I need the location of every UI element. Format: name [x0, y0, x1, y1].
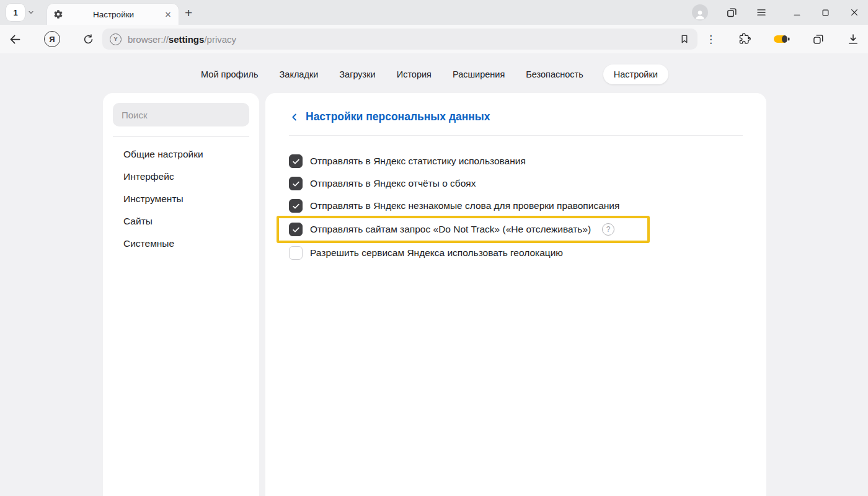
menu-icon[interactable] — [756, 7, 767, 18]
tab-counter-button[interactable]: 1 — [6, 4, 25, 21]
window-close-icon[interactable] — [849, 7, 859, 17]
downloads-icon[interactable] — [847, 33, 859, 45]
browser-tab[interactable]: Настройки × — [47, 4, 179, 25]
row-geolocation: Разрешить сервисам Яндекса использовать … — [289, 246, 743, 260]
checkbox-geolocation[interactable] — [289, 246, 303, 260]
checkbox-spellcheck-words[interactable] — [289, 199, 303, 213]
url-text: browser://settings/privacy — [128, 34, 236, 45]
tab-profile[interactable]: Мой профиль — [200, 64, 259, 84]
yandex-logo[interactable]: Я — [44, 31, 60, 47]
window-minimize-icon[interactable] — [792, 8, 802, 17]
settings-nav-tabs: Мой профиль Закладки Загрузки История Ра… — [0, 53, 868, 93]
window-maximize-icon[interactable] — [821, 8, 830, 17]
collections-icon[interactable] — [812, 33, 825, 45]
checkbox-label: Отправлять сайтам запрос «Do Not Track» … — [310, 224, 591, 235]
checkbox-label: Отправлять в Яндекс статистику использов… — [310, 156, 526, 167]
tab-downloads[interactable]: Загрузки — [338, 64, 376, 84]
sidebar-divider — [113, 136, 249, 137]
row-spellcheck-words: Отправлять в Яндекс незнакомые слова для… — [289, 199, 743, 213]
sidebar-item-tools[interactable]: Инструменты — [113, 188, 249, 210]
sidebar-item-interface[interactable]: Интерфейс — [113, 166, 249, 188]
checkbox-label: Отправлять в Яндекс незнакомые слова для… — [310, 200, 619, 211]
toolbar: Я Y browser://settings/privacy ⋮ — [0, 25, 868, 53]
bookmark-icon[interactable] — [679, 33, 690, 45]
settings-page: Мой профиль Закладки Загрузки История Ра… — [0, 53, 868, 496]
tabs-chevron-down-icon[interactable] — [25, 4, 37, 21]
checkbox-label: Разрешить сервисам Яндекса использовать … — [310, 247, 563, 259]
sidebar-item-general[interactable]: Общие настройки — [113, 143, 249, 166]
check-icon — [291, 157, 301, 166]
tab-bookmarks[interactable]: Закладки — [278, 64, 320, 84]
check-icon — [291, 225, 301, 234]
extensions-puzzle-icon[interactable] — [738, 33, 751, 45]
chrome-right-controls — [692, 4, 859, 20]
back-icon[interactable] — [9, 33, 22, 46]
tab-title: Настройки — [69, 10, 158, 19]
tab-groups-icon[interactable] — [726, 7, 738, 19]
section-header: Настройки персональных данных — [289, 110, 743, 123]
gear-icon — [53, 9, 63, 19]
new-tab-button[interactable]: + — [185, 6, 192, 19]
tab-extensions[interactable]: Расширения — [451, 64, 506, 84]
tab-settings[interactable]: Настройки — [603, 64, 668, 84]
help-icon[interactable]: ? — [602, 223, 614, 236]
privacy-settings-panel: Настройки персональных данных Отправлять… — [265, 93, 766, 496]
check-icon — [291, 202, 301, 211]
page-title: Настройки персональных данных — [306, 110, 490, 123]
header-divider — [289, 135, 743, 136]
checkbox-crash-reports[interactable] — [289, 177, 303, 190]
checkbox-do-not-track[interactable] — [289, 223, 303, 236]
battery-saver-icon[interactable] — [773, 34, 790, 44]
tab-close-icon[interactable]: × — [164, 8, 172, 21]
protect-icon[interactable]: Y — [110, 33, 122, 45]
window-controls — [792, 7, 859, 17]
sidebar-item-sites[interactable]: Сайты — [113, 210, 249, 232]
row-usage-statistics: Отправлять в Яндекс статистику использов… — [289, 154, 743, 168]
section-back-icon[interactable] — [289, 112, 300, 123]
refresh-icon[interactable] — [82, 33, 94, 45]
browser-window: 1 Настройки × + — [0, 0, 868, 496]
address-bar[interactable]: Y browser://settings/privacy — [102, 29, 698, 50]
row-do-not-track: Отправлять сайтам запрос «Do Not Track» … — [277, 216, 650, 243]
checkbox-label: Отправлять в Яндекс отчёты о сбоях — [310, 178, 476, 189]
row-crash-reports: Отправлять в Яндекс отчёты о сбоях — [289, 177, 743, 190]
more-options-icon[interactable]: ⋮ — [706, 33, 716, 46]
search-input[interactable] — [113, 103, 249, 126]
tab-history[interactable]: История — [396, 64, 433, 84]
avatar[interactable] — [692, 4, 708, 20]
content-cards: Общие настройки Интерфейс Инструменты Са… — [0, 93, 868, 496]
tab-strip: 1 Настройки × + — [0, 0, 868, 25]
settings-sidebar: Общие настройки Интерфейс Инструменты Са… — [103, 93, 259, 496]
sidebar-item-system[interactable]: Системные — [113, 232, 249, 255]
check-icon — [291, 179, 301, 188]
tab-security[interactable]: Безопасность — [525, 64, 585, 84]
checkbox-list: Отправлять в Яндекс статистику использов… — [289, 154, 743, 260]
checkbox-usage-statistics[interactable] — [289, 154, 303, 168]
